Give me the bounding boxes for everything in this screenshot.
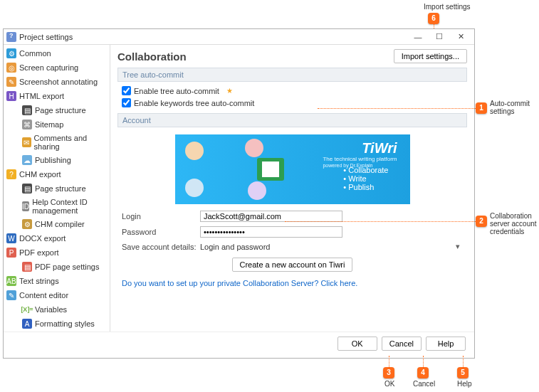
tiwri-title: TiWri	[362, 140, 397, 157]
star-icon: ★	[226, 87, 233, 95]
sidebar-item-label: Comments and sharing	[34, 134, 107, 151]
login-label: Login	[122, 212, 200, 221]
page-title: Collaboration	[117, 51, 394, 63]
sidebar-item-label: Page structure	[35, 184, 86, 193]
sidebar-item-label: Publishing	[35, 156, 71, 164]
sidebar-item-comments-and-sharing[interactable]: ✉Comments and sharing	[4, 132, 110, 153]
sidebar-item-page-structure[interactable]: ▤Page structure	[4, 181, 110, 196]
maximize-button[interactable]: ☐	[429, 30, 450, 44]
app-icon	[6, 32, 16, 42]
sidebar-item-variables[interactable]: [X]=Variables	[4, 302, 110, 317]
chevron-down-icon: ▾	[456, 242, 460, 251]
close-button[interactable]: ✕	[450, 30, 471, 44]
sidebar-item-label: CHM export	[19, 170, 61, 179]
page-structure-icon: ▤	[22, 105, 32, 115]
callout-1: 1	[476, 102, 487, 114]
sidebar-item-html-export[interactable]: HHTML export	[4, 89, 110, 103]
callout-5: 5	[457, 367, 469, 378]
sitemap-icon: ⌘	[22, 120, 32, 129]
sidebar-item-label: PDF export	[19, 248, 59, 257]
sidebar-item-help-context-id-management[interactable]: IDHelp Context ID management	[4, 196, 110, 217]
comments-and-sharing-icon: ✉	[22, 137, 31, 147]
html-export-icon: H	[6, 91, 16, 101]
enable-keywords-autocommit-checkbox[interactable]	[122, 98, 131, 107]
enable-tree-autocommit-label: Enable tree auto-commit	[134, 87, 219, 95]
common-icon: ⚙	[6, 48, 16, 58]
callout-2: 2	[476, 216, 487, 227]
help-button[interactable]: Help	[426, 337, 466, 351]
callout-2-label: Collaboration server account credentials	[490, 212, 537, 235]
enable-tree-autocommit-checkbox[interactable]	[122, 86, 131, 95]
section-tree-autocommit: Tree auto-commit	[117, 68, 467, 82]
sidebar-item-label: CHM compiler	[35, 220, 85, 228]
sidebar-item-docx-export[interactable]: WDOCX export	[4, 231, 110, 245]
page-structure-icon: ▤	[22, 184, 32, 194]
sidebar-item-label: Screen capturing	[19, 63, 78, 72]
minimize-button[interactable]: —	[407, 30, 429, 44]
sidebar-item-chm-export[interactable]: ?CHM export	[4, 167, 110, 181]
ok-button[interactable]: OK	[337, 337, 377, 351]
callout-6-badge: 6	[428, 13, 439, 24]
titlebar: Project settings — ☐ ✕	[4, 29, 474, 45]
callout-4-label: Cancel	[413, 380, 435, 388]
create-tiwri-account-button[interactable]: Create a new account on Tiwri	[232, 258, 353, 272]
pdf-page-settings-icon: ▤	[22, 262, 32, 272]
sidebar-item-sitemap[interactable]: ⌘Sitemap	[4, 117, 110, 132]
import-settings-button[interactable]: Import settings...	[394, 49, 467, 63]
chm-export-icon: ?	[6, 169, 16, 179]
sidebar-item-chm-compiler[interactable]: ⚙CHM compiler	[4, 217, 110, 231]
formatting-styles-icon: A	[22, 319, 32, 329]
project-settings-window: Project settings — ☐ ✕ ⚙Common◎Screen ca…	[3, 28, 475, 359]
chm-compiler-icon: ⚙	[22, 219, 32, 229]
sidebar-item-screenshot-annotating[interactable]: ✎Screenshot annotating	[4, 75, 110, 89]
screenshot-annotating-icon: ✎	[6, 77, 16, 87]
sidebar-item-screen-capturing[interactable]: ◎Screen capturing	[4, 60, 110, 75]
help-context-id-management-icon: ID	[22, 201, 29, 211]
callout-5-label: Help	[457, 380, 472, 388]
callout-4: 4	[417, 367, 429, 378]
sidebar-item-label: PDF page settings	[35, 263, 100, 271]
sidebar-item-label: Screenshot annotating	[19, 78, 98, 86]
screen-capturing-icon: ◎	[6, 63, 16, 73]
tiwri-bullets: Collaborate Write Publish	[343, 166, 388, 191]
sidebar-item-label: Text strings	[19, 277, 59, 285]
sidebar-item-pdf-export[interactable]: PPDF export	[4, 245, 110, 260]
sidebar-item-label: Help Context ID management	[32, 198, 107, 215]
tiwri-banner: TiWri The technical writing platformpowe…	[175, 134, 410, 204]
sidebar-item-text-strings[interactable]: ABText strings	[4, 274, 110, 288]
pdf-export-icon: P	[6, 248, 16, 258]
callout-6-label: Import settings	[424, 3, 471, 11]
doc-icon	[257, 158, 284, 181]
enable-keywords-autocommit-label: Enable keywords tree auto-commit	[134, 99, 254, 107]
main-panel: Collaboration Import settings... Tree au…	[110, 45, 474, 332]
login-input[interactable]	[200, 211, 342, 222]
private-server-link[interactable]: Do you want to set up your private Colla…	[117, 276, 467, 290]
sidebar-item-content-editor[interactable]: ✎Content editor	[4, 288, 110, 302]
sidebar-item-label: Common	[19, 49, 51, 58]
sidebar: ⚙Common◎Screen capturing✎Screenshot anno…	[4, 45, 110, 332]
sidebar-item-label: Page structure	[35, 106, 86, 115]
sidebar-item-formatting-styles[interactable]: AFormatting styles	[4, 317, 110, 331]
save-details-select[interactable]: Login and password ▾	[200, 242, 463, 251]
text-strings-icon: AB	[6, 276, 16, 286]
callout-3: 3	[383, 367, 394, 378]
sidebar-item-common[interactable]: ⚙Common	[4, 46, 110, 60]
sidebar-item-page-structure[interactable]: ▤Page structure	[4, 103, 110, 117]
variables-icon: [X]=	[22, 304, 32, 314]
sidebar-item-publishing[interactable]: ☁Publishing	[4, 153, 110, 167]
sidebar-item-label: Sitemap	[35, 120, 63, 129]
section-account: Account	[117, 113, 467, 127]
password-input[interactable]	[200, 226, 342, 238]
callout-1-label: Auto-commit settings	[490, 100, 533, 115]
password-label: Password	[122, 228, 200, 236]
docx-export-icon: W	[6, 233, 16, 243]
dialog-footer: OK Cancel Help	[4, 332, 474, 358]
save-details-label: Save account details:	[122, 243, 200, 251]
sidebar-item-pdf-page-settings[interactable]: ▤PDF page settings	[4, 260, 110, 274]
cancel-button[interactable]: Cancel	[382, 337, 422, 351]
sidebar-item-label: Formatting styles	[35, 319, 95, 328]
content-editor-icon: ✎	[6, 290, 16, 300]
sidebar-item-label: DOCX export	[19, 234, 66, 243]
callout-3-label: OK	[384, 380, 394, 388]
publishing-icon: ☁	[22, 155, 32, 165]
